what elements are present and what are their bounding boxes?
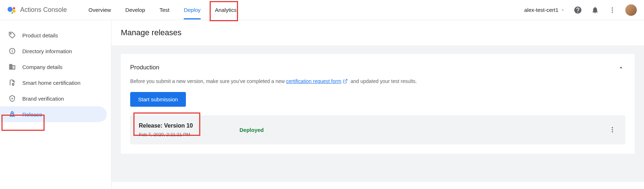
sidebar-item-label: Directory information	[22, 48, 72, 54]
release-row: Release: Version 10 Feb 7, 2020, 2:21:21…	[130, 115, 625, 144]
logo-block: Actions Console	[7, 6, 67, 14]
certificate-icon	[9, 79, 16, 86]
top-header: Actions Console Overview Develop Test De…	[0, 0, 644, 20]
assistant-logo-icon	[7, 6, 16, 14]
header-right: alex-test-cert1	[524, 4, 637, 16]
svg-point-12	[12, 113, 13, 114]
page-title: Manage releases	[111, 20, 644, 45]
nav-tabs: Overview Develop Test Deploy Analytics	[88, 0, 524, 19]
sidebar-item-label: Brand verification	[22, 96, 64, 102]
svg-point-4	[612, 7, 613, 8]
svg-point-13	[612, 127, 613, 128]
sidebar-item-label: Company details	[22, 64, 63, 70]
sidebar-item-label: Product details	[22, 32, 58, 38]
tab-test[interactable]: Test	[160, 0, 170, 19]
sidebar-item-smart-home-cert[interactable]: Smart home certification	[0, 75, 107, 91]
app-title: Actions Console	[20, 6, 67, 14]
project-name: alex-test-cert1	[524, 7, 558, 13]
svg-point-6	[612, 11, 613, 13]
svg-point-10	[12, 50, 13, 50]
svg-point-3	[12, 12, 13, 14]
cert-request-link[interactable]: certification request form	[286, 78, 341, 84]
domain-icon	[9, 63, 16, 70]
tab-overview[interactable]: Overview	[88, 0, 111, 19]
sidebar-item-directory-info[interactable]: Directory information	[0, 43, 107, 59]
sidebar-item-label: Smart home certification	[22, 80, 81, 86]
sidebar-item-label: Release	[22, 111, 42, 117]
sidebar-item-product-details[interactable]: Product details	[0, 27, 107, 43]
avatar[interactable]	[625, 4, 637, 16]
svg-point-2	[13, 10, 15, 13]
tab-analytics[interactable]: Analytics	[215, 0, 237, 19]
more-vert-icon[interactable]	[608, 6, 617, 14]
helper-prefix: Before you submit a new version, make su…	[130, 78, 286, 84]
help-icon[interactable]	[574, 6, 582, 14]
sidebar-item-company-details[interactable]: Company details	[0, 59, 107, 75]
rocket-icon	[9, 111, 16, 118]
release-more-menu[interactable]	[608, 125, 617, 134]
tag-icon	[9, 32, 16, 39]
svg-point-0	[8, 7, 13, 12]
helper-suffix: and updated your test results.	[349, 78, 417, 84]
shield-check-icon	[9, 95, 16, 102]
info-icon	[9, 47, 16, 55]
content-area: Production Before you submit a new versi…	[111, 45, 644, 182]
main-content: Manage releases Production Before you su…	[111, 20, 644, 189]
helper-text: Before you submit a new version, make su…	[130, 78, 625, 85]
sidebar: Product details Directory information Co…	[0, 20, 111, 189]
svg-point-1	[13, 7, 15, 9]
project-selector[interactable]: alex-test-cert1	[524, 7, 565, 13]
svg-point-5	[612, 9, 613, 10]
release-title: Release: Version 10	[139, 123, 239, 129]
release-status: Deployed	[239, 127, 264, 133]
svg-point-15	[612, 131, 613, 132]
external-link-icon	[343, 79, 348, 85]
release-date: Feb 7, 2020, 2:21:21 PM	[139, 132, 239, 137]
sidebar-item-release[interactable]: Release	[0, 106, 107, 122]
svg-point-7	[10, 33, 12, 34]
tab-develop[interactable]: Develop	[125, 0, 145, 19]
production-card: Production Before you submit a new versi…	[121, 54, 635, 154]
section-title: Production	[130, 64, 159, 71]
notifications-icon[interactable]	[591, 6, 599, 14]
start-submission-button[interactable]: Start submission	[130, 92, 186, 107]
svg-point-14	[612, 129, 613, 130]
collapse-icon[interactable]	[617, 63, 625, 72]
chevron-down-icon	[561, 8, 565, 12]
tab-deploy[interactable]: Deploy	[184, 0, 201, 19]
sidebar-item-brand-verification[interactable]: Brand verification	[0, 91, 107, 106]
